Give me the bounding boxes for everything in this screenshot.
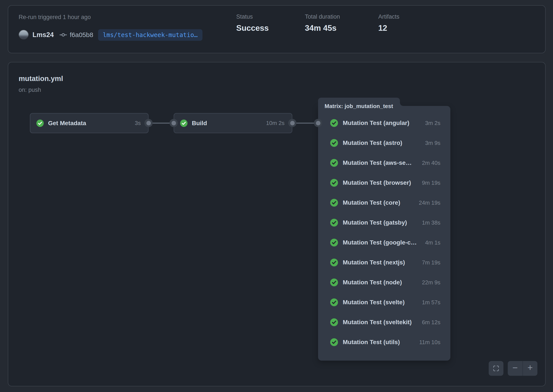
fullscreen-icon bbox=[493, 365, 499, 372]
matrix-job-duration: 24m 19s bbox=[415, 199, 440, 206]
stat-label: Total duration bbox=[305, 14, 340, 20]
matrix-job-row[interactable]: Mutation Test (node) 22m 9s bbox=[330, 273, 440, 292]
success-check-icon bbox=[330, 139, 338, 147]
matrix-job-row[interactable]: Mutation Test (core) 24m 19s bbox=[330, 193, 440, 213]
success-check-icon bbox=[180, 119, 187, 127]
job-duration: 10m 2s bbox=[266, 120, 284, 126]
success-check-icon bbox=[36, 119, 44, 127]
stat-status: Status Success bbox=[236, 14, 269, 33]
success-check-icon bbox=[330, 199, 338, 207]
matrix-job-name: Mutation Test (sveltekit) bbox=[343, 319, 412, 326]
success-check-icon bbox=[330, 259, 338, 266]
matrix-job-row[interactable]: Mutation Test (aws-se… 2m 40s bbox=[330, 153, 440, 173]
graph-connector-dot bbox=[145, 119, 153, 127]
matrix-job-name: Mutation Test (angular) bbox=[343, 119, 409, 126]
matrix-job-name: Mutation Test (svelte) bbox=[343, 299, 405, 306]
matrix-job-duration: 4m 1s bbox=[421, 239, 440, 246]
run-summary-card: Re-run triggered 1 hour ago Lms24 f6a05b… bbox=[8, 5, 546, 53]
matrix-job-row[interactable]: Mutation Test (sveltekit) 6m 12s bbox=[330, 312, 440, 332]
commit-sha-link[interactable]: f6a05b8 bbox=[70, 31, 93, 39]
matrix-job-duration: 9m 19s bbox=[418, 180, 440, 186]
job-name: Get Metadata bbox=[48, 120, 135, 127]
job-duration: 3s bbox=[135, 120, 141, 126]
matrix-job-row[interactable]: Mutation Test (svelte) 1m 57s bbox=[330, 292, 440, 312]
zoom-out-button[interactable]: − bbox=[508, 361, 522, 376]
job-name: Build bbox=[192, 120, 266, 127]
success-check-icon bbox=[330, 179, 338, 187]
matrix-job-row[interactable]: Mutation Test (astro) 3m 9s bbox=[330, 133, 440, 153]
matrix-job-duration: 6m 12s bbox=[418, 319, 440, 326]
fullscreen-button[interactable] bbox=[489, 361, 503, 376]
matrix-group-tab: Matrix: job_mutation_test bbox=[318, 98, 400, 115]
graph-connector-dot bbox=[314, 119, 322, 127]
success-check-icon bbox=[330, 338, 338, 346]
matrix-job-name: Mutation Test (utils) bbox=[343, 339, 400, 346]
matrix-job-duration: 11m 10s bbox=[415, 339, 440, 346]
success-check-icon bbox=[330, 239, 338, 246]
workflow-trigger: on: push bbox=[19, 87, 41, 93]
matrix-job-row[interactable]: Mutation Test (nextjs) 7m 19s bbox=[330, 252, 440, 273]
matrix-job-row[interactable]: Mutation Test (browser) 9m 19s bbox=[330, 173, 440, 193]
success-check-icon bbox=[330, 119, 338, 127]
matrix-job-name: Mutation Test (browser) bbox=[343, 179, 411, 186]
job-node-build[interactable]: Build 10m 2s bbox=[174, 113, 292, 133]
stat-artifacts: Artifacts 12 bbox=[378, 14, 400, 33]
matrix-job-name: Mutation Test (google-c… bbox=[343, 239, 417, 246]
matrix-job-row[interactable]: Mutation Test (angular) 3m 2s bbox=[330, 113, 440, 133]
graph-connector-dot bbox=[288, 119, 297, 127]
zoom-in-button[interactable]: + bbox=[523, 361, 538, 376]
matrix-job-duration: 1m 38s bbox=[418, 219, 440, 226]
matrix-job-row[interactable]: Mutation Test (utils) 11m 10s bbox=[330, 332, 440, 352]
graph-connector-dot bbox=[170, 119, 178, 127]
actor-row: Lms24 f6a05b8 lms/test-hackweek-mutatio… bbox=[19, 28, 202, 42]
stat-label: Status bbox=[236, 14, 269, 20]
status-value: Success bbox=[236, 24, 269, 33]
stat-label: Artifacts bbox=[378, 14, 400, 20]
success-check-icon bbox=[330, 318, 338, 326]
matrix-job-name: Mutation Test (nextjs) bbox=[343, 259, 405, 266]
matrix-job-duration: 2m 40s bbox=[418, 160, 440, 166]
job-node-get-metadata[interactable]: Get Metadata 3s bbox=[30, 113, 149, 133]
stat-total-duration: Total duration 34m 45s bbox=[305, 14, 340, 33]
success-check-icon bbox=[330, 279, 338, 286]
zoom-control: − + bbox=[508, 361, 537, 376]
success-check-icon bbox=[330, 219, 338, 227]
matrix-job-name: Mutation Test (core) bbox=[343, 199, 400, 206]
matrix-job-row[interactable]: Mutation Test (google-c… 4m 1s bbox=[330, 233, 440, 252]
matrix-job-duration: 3m 9s bbox=[421, 140, 440, 147]
matrix-job-name: Mutation Test (node) bbox=[343, 279, 402, 286]
branch-badge[interactable]: lms/test-hackweek-mutatio… bbox=[98, 29, 202, 41]
duration-value: 34m 45s bbox=[305, 24, 340, 33]
matrix-job-duration: 3m 2s bbox=[421, 120, 440, 126]
success-check-icon bbox=[330, 298, 338, 306]
git-commit-icon bbox=[59, 31, 67, 39]
matrix-job-name: Mutation Test (astro) bbox=[343, 140, 402, 147]
workflow-file-name: mutation.yml bbox=[19, 75, 63, 83]
actor-login-link[interactable]: Lms24 bbox=[33, 31, 54, 39]
matrix-job-duration: 22m 9s bbox=[418, 279, 440, 286]
matrix-job-duration: 7m 19s bbox=[418, 259, 440, 266]
workflow-graph-card: mutation.yml on: push Get Metadata 3s Bu… bbox=[8, 62, 546, 386]
matrix-job-row[interactable]: Mutation Test (gatsby) 1m 38s bbox=[330, 213, 440, 233]
success-check-icon bbox=[330, 159, 338, 167]
artifacts-count: 12 bbox=[378, 24, 400, 33]
matrix-job-duration: 1m 57s bbox=[418, 299, 440, 306]
matrix-group-panel: Mutation Test (angular) 3m 2s Mutation T… bbox=[318, 106, 450, 361]
avatar[interactable] bbox=[19, 30, 28, 40]
matrix-job-name: Mutation Test (aws-se… bbox=[343, 159, 412, 166]
matrix-job-name: Mutation Test (gatsby) bbox=[343, 219, 407, 226]
matrix-group-title: Matrix: job_mutation_test bbox=[318, 103, 393, 110]
run-trigger-info: Re-run triggered 1 hour ago bbox=[19, 14, 91, 21]
